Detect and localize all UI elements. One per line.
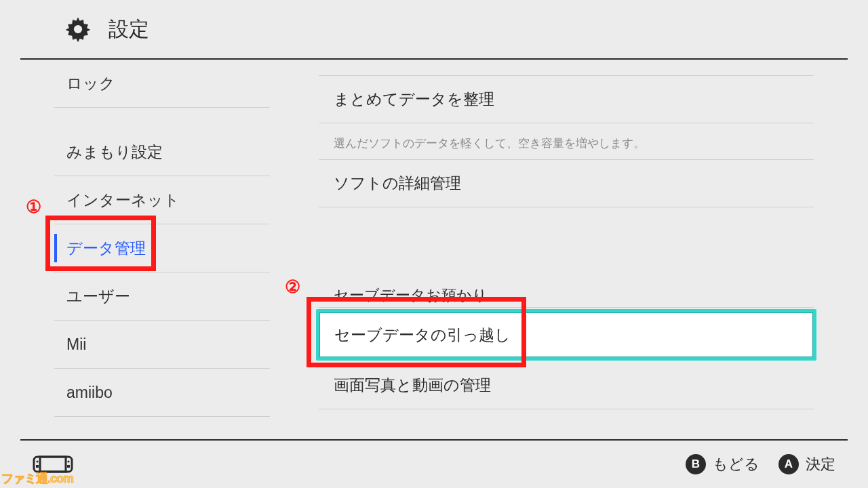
content: まとめてデータを整理 選んだソフトのデータを軽くして、空き容量を増やします。 ソ… (278, 60, 868, 438)
sidebar-item-label: インターネット (66, 190, 180, 211)
row-software-detail[interactable]: ソフトの詳細管理 (319, 160, 814, 207)
sidebar: ロック みまもり設定 インターネット データ管理 ユーザー Mii (0, 60, 278, 438)
svg-rect-7 (67, 465, 70, 468)
sidebar-item-mii[interactable]: Mii (54, 321, 270, 368)
sidebar-item-label: amiibo (66, 384, 113, 402)
sidebar-item-amiibo[interactable]: amiibo (54, 369, 270, 416)
row-organize-data[interactable]: まとめてデータを整理 (319, 76, 814, 123)
watermark: ファミ通.com (1, 470, 73, 487)
sidebar-item-internet[interactable]: インターネット (54, 176, 270, 224)
sidebar-item-label: みまもり設定 (66, 142, 163, 163)
row-label: セーブデータお預かり (334, 285, 488, 306)
sidebar-item-parental[interactable]: みまもり設定 (54, 128, 270, 176)
footer: B もどる A 決定 (20, 439, 848, 488)
a-button-icon: A (778, 454, 799, 474)
sidebar-item-label: Mii (66, 336, 86, 354)
hint-ok: A 決定 (778, 454, 835, 474)
svg-point-4 (36, 460, 38, 462)
hint-back-label: もどる (713, 454, 760, 474)
sidebar-item-label: データ管理 (66, 238, 146, 259)
page-title: 設定 (108, 16, 149, 43)
b-button-icon: B (686, 454, 706, 474)
row-label: セーブデータの引っ越し (334, 325, 511, 346)
hint-back: B もどる (686, 454, 760, 474)
sidebar-item-label: ロック (66, 73, 115, 94)
svg-point-5 (67, 460, 69, 462)
svg-point-1 (74, 25, 82, 33)
row-label: 画面写真と動画の管理 (334, 375, 491, 396)
section-save-cloud[interactable]: セーブデータお預かり (319, 278, 814, 308)
sidebar-item-label: ユーザー (66, 286, 130, 307)
svg-rect-6 (36, 465, 39, 468)
row-label: まとめてデータを整理 (334, 89, 494, 110)
organize-description: 選んだソフトのデータを軽くして、空き容量を増やします。 (319, 123, 814, 160)
sidebar-item-data-management[interactable]: データ管理 (54, 224, 270, 272)
main-area: ロック みまもり設定 インターネット データ管理 ユーザー Mii (0, 60, 868, 438)
svg-rect-3 (40, 457, 66, 472)
header: 設定 (20, 0, 848, 60)
row-screenshots[interactable]: 画面写真と動画の管理 (319, 362, 814, 409)
row-save-transfer[interactable]: セーブデータの引っ越し (316, 309, 816, 361)
row-label: ソフトの詳細管理 (334, 173, 461, 194)
gear-icon (64, 15, 92, 43)
sidebar-item-lock[interactable]: ロック (54, 60, 270, 107)
hint-ok-label: 決定 (806, 454, 835, 474)
sidebar-item-users[interactable]: ユーザー (54, 272, 270, 320)
